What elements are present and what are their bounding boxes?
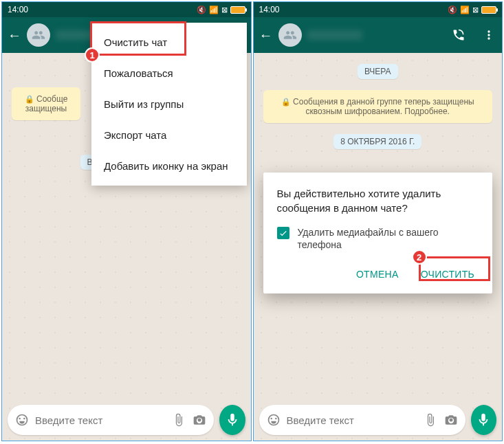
encryption-text: Сообщения в данной группе теперь защищен… — [293, 97, 474, 116]
back-icon[interactable]: ← — [259, 27, 273, 43]
checkbox-label: Удалить медиафайлы с вашего телефона — [298, 226, 479, 251]
attach-icon[interactable] — [171, 412, 186, 428]
clear-button[interactable]: ОЧИСТИТЬ — [417, 263, 479, 285]
phone-right: 14:00 🔇 📶 ⊠ ← ВЧЕРА 🔒 Сообщения в данной… — [253, 1, 503, 441]
status-icons: 🔇 📶 ⊠ — [448, 5, 496, 14]
battery-icon — [230, 6, 245, 14]
menu-export-chat[interactable]: Экспорт чата — [91, 120, 247, 151]
chat-title-blurred — [307, 30, 362, 40]
group-icon — [283, 28, 297, 42]
wifi-icon: 📶 — [209, 5, 219, 14]
call-icon[interactable] — [451, 27, 466, 43]
camera-icon[interactable] — [443, 412, 459, 428]
clear-chat-dialog: Вы действительно хотите удалить сообщени… — [263, 173, 493, 293]
cancel-button[interactable]: ОТМЕНА — [352, 263, 403, 285]
message-input[interactable] — [287, 414, 417, 426]
status-bar: 14:00 🔇 📶 ⊠ — [254, 2, 503, 17]
badge-1: 1 — [85, 47, 100, 63]
chat-header: ← — [254, 17, 503, 53]
overflow-menu: Очистить чат Пожаловаться Выйти из групп… — [91, 23, 247, 186]
dialog-title: Вы действительно хотите удалить сообщени… — [277, 186, 479, 215]
lock-icon: 🔒 — [25, 95, 34, 103]
menu-leave-group[interactable]: Выйти из группы — [91, 89, 247, 120]
date-chip-october: 8 ОКТЯБРЯ 2016 Г. — [333, 134, 421, 149]
encryption-notice[interactable]: 🔒 Сообщения в данной группе теперь защищ… — [263, 90, 493, 123]
dialog-checkbox-row[interactable]: Удалить медиафайлы с вашего телефона — [277, 226, 479, 251]
phone-left: 14:00 🔇 📶 ⊠ ← 🔒 Сообщезащищены Вы были д… — [1, 1, 252, 441]
wifi-icon: 📶 — [460, 5, 470, 14]
signal-icon: ⊠ — [221, 5, 228, 14]
camera-icon[interactable] — [192, 412, 207, 428]
badge-2: 2 — [412, 249, 427, 265]
mic-button[interactable] — [219, 405, 245, 435]
date-chip-row: ВЧЕРА — [254, 64, 503, 79]
input-bar — [259, 405, 497, 435]
signal-icon: ⊠ — [472, 5, 479, 14]
menu-add-shortcut[interactable]: Добавить иконку на экран — [91, 151, 247, 181]
back-icon[interactable]: ← — [8, 27, 21, 43]
status-time: 14:00 — [8, 5, 28, 14]
menu-report[interactable]: Пожаловаться — [91, 58, 247, 89]
group-avatar[interactable] — [27, 23, 50, 47]
message-input-box[interactable] — [259, 405, 465, 435]
status-time: 14:00 — [259, 5, 280, 14]
mic-button[interactable] — [471, 405, 497, 435]
date-chip-yesterday: ВЧЕРА — [358, 64, 398, 79]
checkbox-icon[interactable] — [277, 227, 289, 239]
group-icon — [32, 28, 45, 42]
message-input[interactable] — [35, 414, 166, 426]
group-avatar[interactable] — [278, 23, 302, 47]
message-input-box[interactable] — [8, 405, 214, 435]
more-icon[interactable] — [481, 27, 496, 43]
menu-clear-chat[interactable]: Очистить чат — [91, 27, 247, 58]
status-icons: 🔇 📶 ⊠ — [197, 5, 245, 14]
lock-icon: 🔒 — [281, 98, 291, 106]
status-bar: 14:00 🔇 📶 ⊠ — [2, 2, 251, 17]
mute-icon: 🔇 — [197, 5, 206, 14]
input-bar — [8, 405, 245, 435]
date-chip-row: 8 ОКТЯБРЯ 2016 Г. — [254, 134, 503, 149]
dialog-buttons: ОТМЕНА ОЧИСТИТЬ — [277, 263, 479, 285]
mute-icon: 🔇 — [448, 5, 457, 14]
battery-icon — [481, 6, 496, 14]
attach-icon[interactable] — [423, 412, 438, 428]
encryption-notice: 🔒 Сообщезащищены — [12, 87, 80, 120]
emoji-icon[interactable] — [14, 412, 30, 428]
emoji-icon[interactable] — [266, 412, 281, 428]
